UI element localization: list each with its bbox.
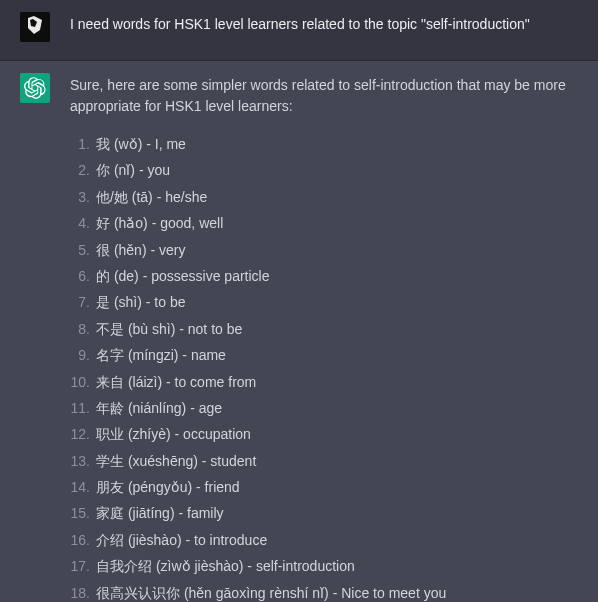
assistant-avatar: [20, 73, 50, 103]
list-item: 很 (hěn) - very: [70, 237, 578, 263]
list-item: 来自 (láizì) - to come from: [70, 369, 578, 395]
list-item: 年龄 (niánlíng) - age: [70, 395, 578, 421]
list-item: 我 (wǒ) - I, me: [70, 131, 578, 157]
openai-logo-icon: [24, 77, 46, 99]
assistant-message-content: Sure, here are some simpler words relate…: [70, 73, 578, 602]
list-item: 自我介绍 (zìwǒ jièshào) - self-introduction: [70, 553, 578, 579]
list-item: 的 (de) - possessive particle: [70, 263, 578, 289]
vocabulary-list: 我 (wǒ) - I, me 你 (nǐ) - you 他/她 (tā) - h…: [70, 131, 578, 602]
list-item: 职业 (zhíyè) - occupation: [70, 421, 578, 447]
list-item: 好 (hǎo) - good, well: [70, 210, 578, 236]
user-message: I need words for HSK1 level learners rel…: [0, 0, 598, 61]
list-item: 不是 (bù shì) - not to be: [70, 316, 578, 342]
list-item: 名字 (míngzi) - name: [70, 342, 578, 368]
list-item: 你 (nǐ) - you: [70, 157, 578, 183]
user-avatar: [20, 12, 50, 42]
list-item: 是 (shì) - to be: [70, 289, 578, 315]
assistant-message: Sure, here are some simpler words relate…: [0, 61, 598, 602]
list-item: 他/她 (tā) - he/she: [70, 184, 578, 210]
user-avatar-icon: [20, 12, 50, 42]
list-item: 介绍 (jièshào) - to introduce: [70, 527, 578, 553]
user-message-text: I need words for HSK1 level learners rel…: [70, 12, 578, 42]
list-item: 朋友 (péngyǒu) - friend: [70, 474, 578, 500]
list-item: 学生 (xuéshēng) - student: [70, 448, 578, 474]
list-item: 很高兴认识你 (hěn gāoxìng rènshí nǐ) - Nice to…: [70, 580, 578, 602]
assistant-intro: Sure, here are some simpler words relate…: [70, 75, 578, 117]
list-item: 家庭 (jiātíng) - family: [70, 500, 578, 526]
